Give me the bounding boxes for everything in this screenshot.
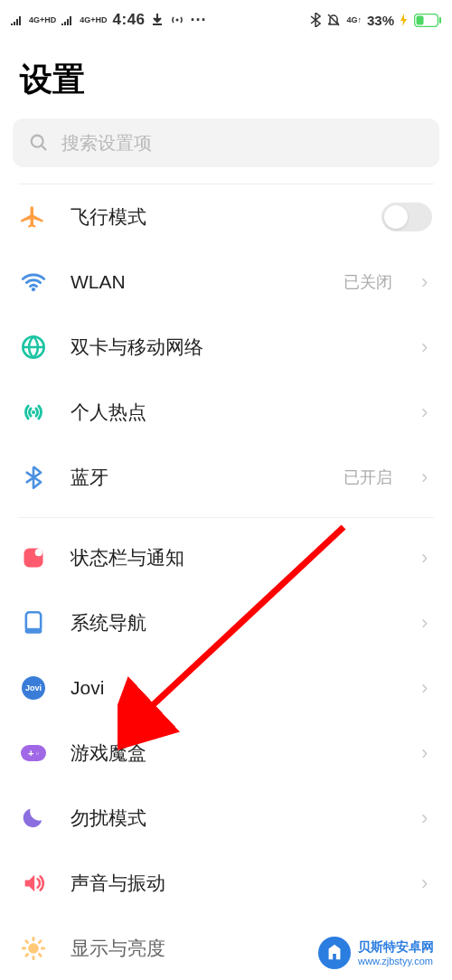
chevron-icon: ›: [421, 611, 432, 635]
search-input[interactable]: [61, 133, 423, 154]
airplane-toggle[interactable]: [381, 203, 432, 231]
signal-label-1: 4G+HD: [29, 16, 56, 24]
chevron-icon: ›: [421, 546, 432, 570]
page-title: 设置: [0, 40, 452, 118]
notification-icon: [20, 545, 47, 570]
alarm-off-icon: [326, 13, 341, 27]
status-time: 4:46: [113, 11, 146, 29]
status-left: 4G+HD 4G+HD 4:46 ···: [11, 11, 207, 30]
sim-label: 双卡与移动网络: [71, 335, 398, 360]
search-icon: [29, 133, 49, 153]
svg-point-0: [175, 19, 178, 22]
signal-label-2: 4G+HD: [80, 16, 107, 24]
svg-point-9: [35, 549, 42, 556]
chevron-icon: ›: [421, 872, 432, 895]
hotspot-status-icon: [169, 14, 185, 25]
status-right: 4G↑ 33%: [310, 13, 441, 28]
bluetooth-value: 已开启: [344, 466, 392, 488]
chevron-icon: ›: [421, 466, 432, 489]
row-sound-vibration[interactable]: 声音与振动 ›: [13, 851, 439, 916]
svg-point-12: [28, 943, 39, 954]
moon-icon: [20, 806, 47, 831]
navigation-icon: [20, 610, 47, 636]
jovi-label: Jovi: [71, 677, 398, 699]
gamebox-icon: +○: [20, 745, 47, 761]
svg-rect-2: [417, 15, 424, 24]
row-airplane-mode[interactable]: 飞行模式: [13, 184, 439, 250]
svg-rect-3: [439, 17, 441, 24]
row-bluetooth[interactable]: 蓝牙 已开启 ›: [13, 445, 439, 510]
wlan-label: WLAN: [71, 271, 320, 293]
bluetooth-icon: [20, 465, 47, 490]
wifi-icon: [20, 269, 47, 295]
svg-point-7: [32, 410, 35, 414]
row-wlan[interactable]: WLAN 已关闭 ›: [13, 250, 439, 315]
signal-icon-2: [61, 14, 74, 25]
hotspot-icon: [20, 400, 47, 425]
svg-point-5: [32, 287, 35, 291]
more-icon: ···: [191, 11, 207, 30]
sound-label: 声音与振动: [71, 871, 398, 896]
download-icon: [151, 14, 164, 26]
chevron-icon: ›: [421, 741, 432, 765]
signal-icon-1: [11, 14, 24, 25]
bluetooth-label: 蓝牙: [71, 465, 320, 490]
watermark: 贝斯特安卓网 www.zjbstyy.com: [318, 937, 434, 969]
airplane-icon: [20, 204, 47, 230]
search-box[interactable]: [13, 118, 439, 167]
chevron-icon: ›: [421, 806, 432, 830]
row-status-notifications[interactable]: 状态栏与通知 ›: [13, 525, 439, 590]
sound-icon: [20, 871, 47, 896]
hotspot-label: 个人热点: [71, 400, 398, 425]
row-gamebox[interactable]: +○ 游戏魔盒 ›: [13, 721, 439, 786]
net-indicator: 4G↑: [346, 16, 362, 24]
watermark-title: 贝斯特安卓网: [358, 939, 434, 956]
row-dnd[interactable]: 勿扰模式 ›: [13, 786, 439, 851]
chevron-icon: ›: [421, 400, 432, 424]
brightness-icon: [20, 936, 47, 961]
watermark-url: www.zjbstyy.com: [358, 956, 434, 966]
status-bar: 4G+HD 4G+HD 4:46 ··· 4G↑ 33%: [0, 0, 452, 40]
row-jovi[interactable]: Jovi Jovi ›: [13, 655, 439, 721]
statusnotif-label: 状态栏与通知: [71, 545, 398, 570]
chevron-icon: ›: [421, 335, 432, 359]
gamebox-label: 游戏魔盒: [71, 740, 398, 766]
watermark-logo-icon: [318, 937, 351, 969]
jovi-icon: Jovi: [20, 676, 47, 700]
bluetooth-status-icon: [310, 13, 321, 27]
battery-percent: 33%: [367, 13, 394, 28]
dnd-label: 勿扰模式: [71, 806, 398, 831]
battery-icon: [414, 14, 441, 27]
chevron-icon: ›: [421, 676, 432, 700]
row-sim-network[interactable]: 双卡与移动网络 ›: [13, 315, 439, 380]
row-hotspot[interactable]: 个人热点 ›: [13, 380, 439, 445]
airplane-label: 飞行模式: [71, 204, 358, 230]
row-system-navigation[interactable]: 系统导航 ›: [13, 590, 439, 655]
sysnav-label: 系统导航: [71, 610, 398, 636]
globe-icon: [20, 335, 47, 360]
svg-rect-11: [25, 628, 42, 634]
charging-icon: [400, 14, 409, 26]
wlan-value: 已关闭: [344, 271, 392, 293]
chevron-icon: ›: [421, 270, 432, 294]
